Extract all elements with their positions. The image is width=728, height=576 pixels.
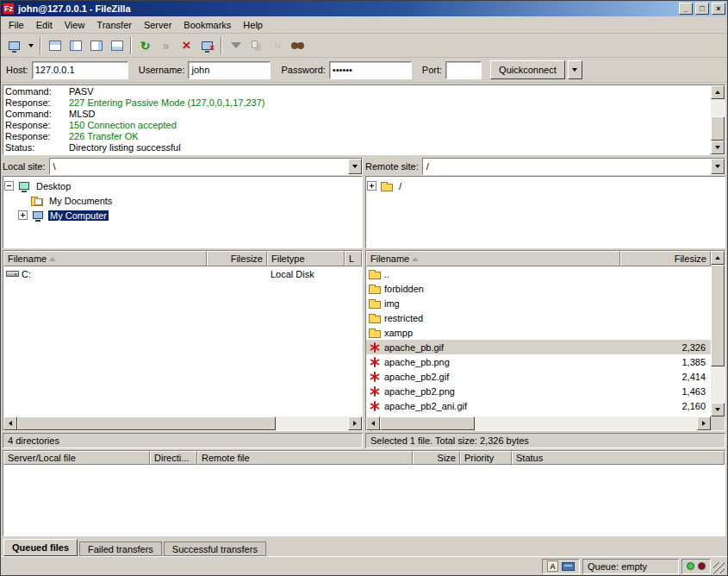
column-header-remote-file[interactable]: Remote file <box>197 451 413 465</box>
toggle-local-tree-button[interactable] <box>65 35 85 55</box>
tree-item-my-computer[interactable]: My Computer <box>4 208 361 222</box>
column-header-direction[interactable]: Directi... <box>150 451 197 465</box>
scroll-down-button[interactable] <box>711 141 725 154</box>
arrow-up-icon <box>715 91 720 94</box>
menu-file[interactable]: File <box>3 18 30 32</box>
synchronized-browsing-button[interactable] <box>267 35 287 55</box>
refresh-button[interactable] <box>135 35 155 55</box>
scroll-track[interactable] <box>711 366 725 403</box>
column-header-filename[interactable]: Filename <box>3 251 207 266</box>
site-manager-dropdown-button[interactable] <box>25 35 36 55</box>
tab-queued-files[interactable]: Queued files <box>3 539 78 556</box>
remote-list-hscrollbar[interactable] <box>366 416 711 430</box>
remote-site-combo[interactable]: / <box>422 158 725 175</box>
column-header-size[interactable]: Size <box>413 451 460 465</box>
column-header-filesize[interactable]: Filesize <box>620 251 711 266</box>
close-button[interactable]: × <box>712 3 725 15</box>
toggle-queue-button[interactable] <box>107 35 127 55</box>
remote-list-body[interactable]: .. forbidden img restricted xampp apache… <box>366 266 711 416</box>
collapse-expander-icon[interactable] <box>4 181 14 191</box>
minimize-button[interactable]: _ <box>679 3 693 15</box>
column-header-last-modified[interactable]: L <box>345 251 362 266</box>
scroll-right-button[interactable] <box>697 416 711 430</box>
resize-grip[interactable] <box>713 562 725 573</box>
file-row[interactable]: apache_pb.png1,385 <box>366 354 711 369</box>
file-row-selected[interactable]: apache_pb.gif2,326 <box>366 340 711 354</box>
titlebar[interactable]: Fz john@127.0.0.1 - FileZilla _ □ × <box>1 1 727 16</box>
menubar: File Edit View Transfer Server Bookmarks… <box>1 16 727 34</box>
file-row[interactable]: img <box>366 296 711 310</box>
scroll-thumb[interactable] <box>711 116 725 141</box>
file-row[interactable]: apache_pb2.gif2,414 <box>366 369 711 384</box>
disconnect-button[interactable] <box>197 35 217 55</box>
speedlimit-indicator-icon[interactable] <box>562 562 575 571</box>
menu-edit[interactable]: Edit <box>30 18 59 32</box>
file-row[interactable]: forbidden <box>366 281 711 296</box>
scroll-down-button[interactable] <box>711 403 725 416</box>
toggle-remote-tree-button[interactable] <box>86 35 106 55</box>
username-input[interactable] <box>188 61 271 79</box>
password-input[interactable] <box>329 61 412 79</box>
scroll-left-button[interactable] <box>3 416 17 430</box>
file-row-c-drive[interactable]: C: Local Disk <box>3 266 362 281</box>
menu-bookmarks[interactable]: Bookmarks <box>177 18 237 32</box>
site-manager-button[interactable] <box>4 35 24 55</box>
menu-server[interactable]: Server <box>138 18 177 32</box>
menu-view[interactable]: View <box>59 18 91 32</box>
tree-item-root[interactable]: / <box>367 178 724 193</box>
cancel-button[interactable] <box>177 35 196 55</box>
scroll-up-button[interactable] <box>711 85 725 99</box>
scroll-track[interactable] <box>475 416 697 430</box>
file-name: apache_pb2_ani.gif <box>384 401 467 411</box>
local-site-dropdown-button[interactable] <box>348 159 362 174</box>
local-site-combo[interactable]: \ <box>49 158 363 175</box>
scroll-left-button[interactable] <box>366 416 380 430</box>
transfer-queue: Server/Local file Directi... Remote file… <box>3 450 725 536</box>
scroll-track[interactable] <box>711 99 725 116</box>
toggle-message-log-button[interactable] <box>45 35 65 55</box>
scroll-track[interactable] <box>276 416 348 430</box>
log-scrollbar[interactable] <box>711 85 725 154</box>
remote-site-dropdown-button[interactable] <box>711 159 725 174</box>
column-header-status[interactable]: Status <box>512 451 725 465</box>
process-queue-button[interactable] <box>156 35 176 55</box>
local-directory-tree: Desktop My Documents My Computer <box>3 176 363 248</box>
scroll-thumb[interactable] <box>711 265 725 366</box>
expand-expander-icon[interactable] <box>18 210 28 220</box>
expand-expander-icon[interactable] <box>367 181 376 191</box>
tree-item-desktop[interactable]: Desktop <box>4 178 361 193</box>
file-row[interactable]: xampp <box>366 325 711 340</box>
tab-successful-transfers[interactable]: Successful transfers <box>164 542 266 556</box>
folder-icon <box>381 184 393 191</box>
scroll-thumb[interactable] <box>17 416 276 430</box>
queue-body[interactable] <box>3 465 725 535</box>
tab-failed-transfers[interactable]: Failed transfers <box>79 542 162 556</box>
column-header-filesize[interactable]: Filesize <box>207 251 267 266</box>
maximize-button[interactable]: □ <box>695 3 709 15</box>
host-input[interactable] <box>32 61 128 79</box>
remote-list-vscrollbar[interactable] <box>711 251 725 416</box>
file-row[interactable]: apache_pb2.png1,463 <box>366 384 711 398</box>
file-row[interactable]: restricted <box>366 310 711 325</box>
menu-transfer[interactable]: Transfer <box>90 18 138 32</box>
scroll-up-button[interactable] <box>711 251 725 265</box>
column-header-server-local-file[interactable]: Server/Local file <box>3 451 150 465</box>
port-input[interactable] <box>445 61 482 79</box>
scroll-thumb[interactable] <box>380 416 475 430</box>
column-header-filetype[interactable]: Filetype <box>267 251 345 266</box>
find-button[interactable] <box>288 35 308 55</box>
local-list-body[interactable]: C: Local Disk <box>3 266 362 416</box>
file-row[interactable]: apache_pb2_ani.gif2,160 <box>366 398 711 413</box>
quickconnect-button[interactable]: Quickconnect <box>490 60 565 79</box>
column-header-priority[interactable]: Priority <box>460 451 512 465</box>
file-row[interactable]: .. <box>366 266 711 281</box>
tree-item-my-documents[interactable]: My Documents <box>4 193 361 208</box>
scroll-right-button[interactable] <box>348 416 362 430</box>
column-header-filename[interactable]: Filename <box>366 251 620 266</box>
quickconnect-dropdown-button[interactable] <box>568 60 582 79</box>
compare-button[interactable] <box>246 35 266 55</box>
menu-help[interactable]: Help <box>237 18 269 32</box>
local-list-hscrollbar[interactable] <box>3 416 362 430</box>
filter-button[interactable] <box>226 35 246 55</box>
transfer-type-indicator-icon[interactable] <box>547 560 558 572</box>
